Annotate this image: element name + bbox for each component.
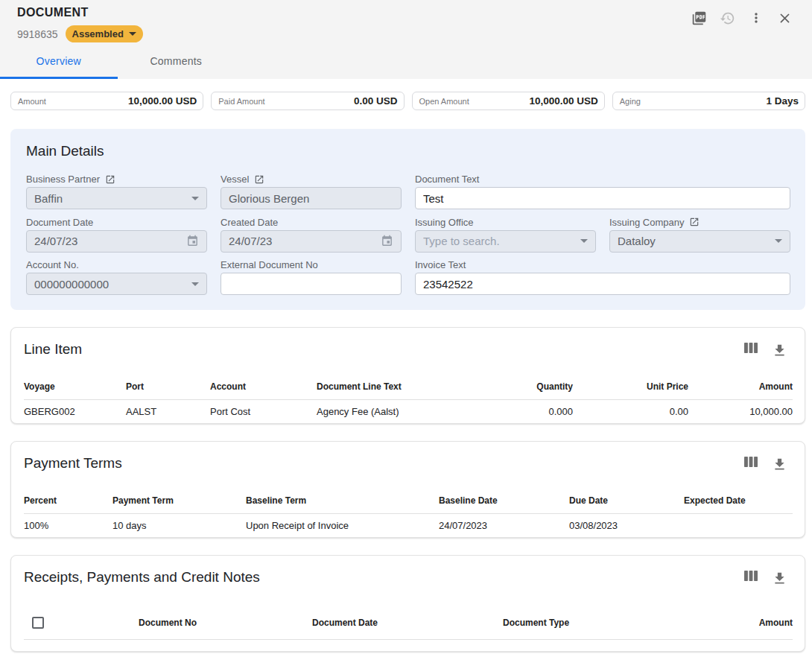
- receipts-section: Receipts, Payments and Credit Notes Docu…: [10, 555, 805, 652]
- document-number: 9918635: [17, 28, 58, 40]
- table-cell: 100%: [24, 513, 112, 537]
- summary-card-paid-amount: Paid Amount 0.00 USD: [211, 92, 404, 110]
- field-label: Invoice Text: [415, 259, 790, 270]
- dropdown-caret-icon: [191, 282, 199, 286]
- field-value: Glorious Bergen: [229, 192, 393, 205]
- table-cell: 03/08/2023: [569, 513, 684, 537]
- open-record-link[interactable]: [689, 217, 700, 227]
- field-issuing-office: Issuing OfficeType to search.: [415, 217, 596, 253]
- main-details-panel: Main Details Business PartnerBaffinVesse…: [10, 129, 805, 310]
- document-text-input[interactable]: Test: [415, 187, 790, 209]
- column-header: Baseline Date: [439, 489, 569, 513]
- field-label: Issuing Company: [609, 217, 790, 228]
- field-value: Test: [423, 192, 782, 205]
- more-options-button[interactable]: [742, 4, 771, 32]
- badge-dropdown-icon: [129, 32, 136, 36]
- tab-comments[interactable]: Comments: [118, 42, 235, 79]
- pdf-icon: [691, 10, 707, 26]
- table-row[interactable]: GBERG002AALSTPort CostAgency Fee (Aalst)…: [24, 399, 793, 423]
- column-settings-button[interactable]: [744, 457, 758, 472]
- pdf-export-button[interactable]: [685, 4, 714, 32]
- table-header-row: Document NoDocument DateDocument TypeAmo…: [24, 606, 793, 639]
- download-button[interactable]: [772, 457, 787, 472]
- columns-icon: [744, 343, 758, 353]
- field-label-text: Document Text: [415, 174, 479, 185]
- summary-label: Amount: [18, 97, 46, 106]
- table-row[interactable]: 100%10 daysUpon Receipt of Invoice24/07/…: [24, 513, 793, 537]
- table-cell: [684, 513, 793, 537]
- column-header: Document Line Text: [317, 375, 461, 399]
- column-header: Document No: [139, 606, 312, 639]
- created-date-input: 24/07/23: [221, 230, 402, 253]
- summary-card-open-amount: Open Amount 10,000.00 USD: [412, 92, 605, 110]
- column-settings-button[interactable]: [744, 343, 758, 358]
- table-cell: 0.00: [573, 399, 688, 423]
- active-tab-indicator: [0, 77, 118, 79]
- history-button[interactable]: [714, 4, 743, 32]
- invoice-text-input[interactable]: 23542522: [415, 273, 790, 295]
- receipts-title: Receipts, Payments and Credit Notes: [24, 568, 260, 587]
- field-document-date: Document Date24/07/23: [26, 217, 207, 253]
- summary-card-amount: Amount 10,000.00 USD: [10, 92, 203, 110]
- field-value: 000000000000: [34, 278, 191, 291]
- vessel-input: Glorious Bergen: [221, 187, 402, 209]
- history-icon: [720, 10, 735, 26]
- summary-value: 0.00 USD: [354, 95, 398, 107]
- summary-label: Paid Amount: [218, 97, 264, 106]
- page-title: DOCUMENT: [17, 5, 89, 20]
- open-in-new-icon: [689, 217, 700, 227]
- field-label: External Document No: [221, 259, 402, 270]
- external-document-no-input[interactable]: [221, 273, 402, 295]
- column-settings-button[interactable]: [744, 571, 758, 586]
- column-header: Baseline Term: [246, 489, 439, 513]
- document-header: DOCUMENT 9918635 Assembled Overview Comm…: [0, 0, 812, 79]
- column-header: Payment Term: [112, 489, 246, 513]
- document-id-row: 9918635 Assembled: [17, 25, 143, 42]
- table-header-row: PercentPayment TermBaseline TermBaseline…: [24, 489, 793, 513]
- document-date-input: 24/07/23: [26, 230, 207, 253]
- table-cell: 10 days: [112, 513, 246, 537]
- download-button[interactable]: [772, 343, 787, 358]
- column-header: Amount: [688, 375, 793, 399]
- field-label-text: Issuing Company: [609, 217, 684, 228]
- field-label: Issuing Office: [415, 217, 596, 228]
- tab-bar: Overview Comments: [0, 42, 235, 79]
- field-label-text: Account No.: [26, 259, 79, 270]
- field-label-text: External Document No: [221, 259, 318, 270]
- tab-overview[interactable]: Overview: [0, 42, 118, 79]
- open-record-link[interactable]: [254, 174, 264, 185]
- field-value: Dataloy: [618, 235, 775, 247]
- calendar-icon: [381, 235, 393, 247]
- business-partner-select: Baffin: [26, 187, 207, 209]
- open-record-link[interactable]: [105, 174, 115, 185]
- status-badge[interactable]: Assembled: [66, 25, 143, 42]
- close-button[interactable]: [771, 4, 800, 32]
- field-value: Type to search.: [423, 235, 580, 247]
- table-cell: 10,000.00: [688, 399, 793, 423]
- column-header: Voyage: [24, 375, 126, 399]
- select-all-checkbox[interactable]: [32, 617, 44, 629]
- download-icon: [772, 457, 787, 472]
- field-label: Account No.: [26, 259, 207, 270]
- field-label: Document Date: [26, 217, 207, 228]
- summary-value: 1 Days: [766, 95, 799, 107]
- field-label: Created Date: [221, 217, 402, 228]
- field-label: Vessel: [221, 174, 402, 185]
- main-details-grid: Business PartnerBaffinVesselGlorious Ber…: [26, 174, 790, 295]
- summary-row: Amount 10,000.00 USD Paid Amount 0.00 US…: [10, 92, 805, 110]
- table-cell: 24/07/2023: [439, 513, 569, 537]
- field-invoice-text: Invoice Text23542522: [415, 259, 790, 295]
- field-label: Document Text: [415, 174, 790, 185]
- account-no-select: 000000000000: [26, 273, 207, 295]
- payment-terms-section: Payment Terms PercentPayment TermBaselin…: [10, 441, 805, 538]
- download-button[interactable]: [772, 571, 787, 586]
- summary-value: 10,000.00 USD: [128, 95, 197, 107]
- field-created-date: Created Date24/07/23: [221, 217, 402, 253]
- columns-icon: [744, 571, 758, 581]
- column-header: Quantity: [461, 375, 573, 399]
- field-label: Business Partner: [26, 174, 207, 185]
- table-cell: Port Cost: [210, 399, 317, 423]
- column-header: Account: [210, 375, 317, 399]
- field-label-text: Vessel: [221, 174, 249, 185]
- open-in-new-icon: [105, 174, 115, 185]
